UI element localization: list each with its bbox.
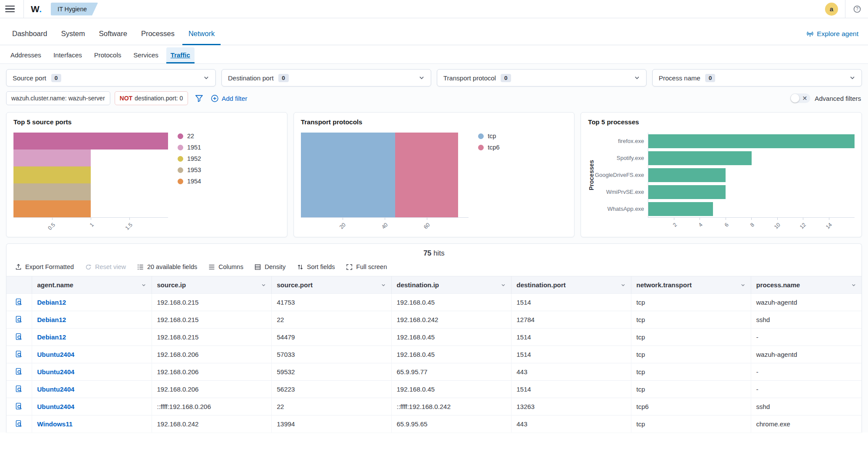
process-label-WhatsApp.exe: WhatsApp.exe bbox=[595, 200, 648, 217]
agent-name-link[interactable]: Ubuntu2404 bbox=[37, 403, 75, 410]
tab-software[interactable]: Software bbox=[92, 30, 134, 45]
cell-agent.name: Windows11 bbox=[32, 415, 152, 433]
export-formatted-button[interactable]: Export Formatted bbox=[15, 263, 74, 270]
advanced-filters-toggle[interactable]: ✕ bbox=[790, 93, 810, 103]
bar-port-22[interactable] bbox=[13, 133, 168, 150]
legend-label: 1951 bbox=[187, 144, 201, 151]
chevron-down-icon[interactable] bbox=[620, 282, 626, 288]
select-destination-port[interactable]: Destination port 0 bbox=[221, 69, 431, 86]
app-logo[interactable]: W. bbox=[31, 4, 42, 14]
bar-process-WmiPrvSE.exe[interactable] bbox=[648, 185, 726, 199]
filter-pill-cluster-name[interactable]: wazuh.cluster.name: wazuh-server bbox=[6, 91, 110, 105]
header-process-name[interactable]: process.name bbox=[751, 276, 861, 294]
bar-port-1953[interactable] bbox=[13, 183, 91, 200]
bar-port-1952[interactable] bbox=[13, 166, 91, 183]
legend-item-1954[interactable]: 1954 bbox=[178, 178, 280, 185]
agent-name-link[interactable]: Ubuntu2404 bbox=[37, 368, 75, 376]
bar-port-1954[interactable] bbox=[13, 200, 91, 217]
legend-item-1952[interactable]: 1952 bbox=[178, 155, 280, 162]
subtab-protocols[interactable]: Protocols bbox=[90, 47, 126, 63]
explore-agent-label: Explore agent bbox=[817, 30, 858, 38]
chevron-down-icon[interactable] bbox=[381, 282, 386, 288]
tab-processes[interactable]: Processes bbox=[134, 30, 182, 45]
agent-name-link[interactable]: Ubuntu2404 bbox=[37, 351, 75, 358]
agent-name-link[interactable]: Debian12 bbox=[37, 333, 66, 341]
help-icon[interactable]: ? bbox=[853, 5, 861, 13]
cell-source.ip: 192.168.0.206 bbox=[152, 363, 271, 381]
bar-segment-tcp6[interactable] bbox=[395, 133, 458, 217]
subtab-addresses[interactable]: Addresses bbox=[6, 47, 46, 63]
cell-source.ip: 192.168.0.206 bbox=[152, 381, 271, 398]
inspect-document-icon[interactable] bbox=[15, 402, 23, 410]
header-network-transport[interactable]: network.transport bbox=[631, 276, 751, 294]
antenna-icon bbox=[806, 30, 814, 38]
inspect-document-icon[interactable] bbox=[15, 420, 23, 427]
column-label: destination.ip bbox=[397, 281, 439, 289]
tab-network[interactable]: Network bbox=[182, 30, 222, 45]
header-source-ip[interactable]: source.ip bbox=[152, 276, 271, 294]
density-button[interactable]: Density bbox=[254, 263, 285, 270]
bar-slot bbox=[648, 200, 855, 217]
cell-agent.name: Ubuntu2404 bbox=[32, 363, 152, 381]
reset-view-button[interactable]: Reset view bbox=[85, 263, 126, 270]
chevron-down-icon[interactable] bbox=[141, 282, 146, 288]
header-agent-name[interactable]: agent.name bbox=[32, 276, 152, 294]
filter-pill-not-destination-port[interactable]: NOT destination.port: 0 bbox=[115, 91, 188, 105]
select-source-port[interactable]: Source port 0 bbox=[6, 69, 216, 86]
bar-process-Spotify.exe[interactable] bbox=[648, 151, 751, 165]
explore-agent-link[interactable]: Explore agent bbox=[802, 30, 863, 45]
chevron-down-icon[interactable] bbox=[501, 282, 506, 288]
tab-dashboard[interactable]: Dashboard bbox=[5, 30, 54, 45]
inspect-document-icon[interactable] bbox=[15, 298, 23, 306]
agent-name-link[interactable]: Ubuntu2404 bbox=[37, 386, 75, 393]
legend-item-1951[interactable]: 1951 bbox=[178, 144, 280, 151]
inspect-document-icon[interactable] bbox=[15, 385, 23, 392]
agent-name-link[interactable]: Debian12 bbox=[37, 299, 66, 306]
chart-title: Top 5 source ports bbox=[13, 118, 280, 126]
columns-button[interactable]: Columns bbox=[208, 263, 243, 270]
chevron-down-icon[interactable] bbox=[740, 282, 746, 288]
filter-funnel-icon[interactable] bbox=[195, 94, 203, 103]
inspect-document-icon[interactable] bbox=[15, 350, 23, 358]
full-screen-button[interactable]: Full screen bbox=[346, 263, 387, 270]
header-destination-ip[interactable]: destination.ip bbox=[391, 276, 511, 294]
subtab-traffic[interactable]: Traffic bbox=[166, 47, 195, 63]
cell-destination.port: 1514 bbox=[511, 346, 631, 363]
header-destination-port[interactable]: destination.port bbox=[511, 276, 631, 294]
chevron-down-icon[interactable] bbox=[261, 282, 266, 288]
subtab-services[interactable]: Services bbox=[129, 47, 163, 63]
sort-fields-button[interactable]: Sort fields bbox=[297, 263, 335, 270]
cell-source.port: 41753 bbox=[271, 294, 391, 311]
bar-process-GoogleDriveFS.exe[interactable] bbox=[648, 168, 726, 182]
cell-process.name: wazuh-agentd bbox=[751, 346, 861, 363]
legend-item-22[interactable]: 22 bbox=[178, 133, 280, 140]
cell-destination.port: 443 bbox=[511, 415, 631, 433]
chevron-down-icon[interactable] bbox=[851, 282, 856, 288]
select-process-name[interactable]: Process name 0 bbox=[652, 69, 862, 86]
avatar[interactable]: a bbox=[825, 3, 838, 16]
tab-system[interactable]: System bbox=[54, 30, 92, 45]
hamburger-menu-icon[interactable] bbox=[5, 3, 17, 15]
bar-segment-tcp[interactable] bbox=[301, 133, 395, 217]
select-transport-protocol[interactable]: Transport protocol 0 bbox=[437, 69, 647, 86]
inspect-document-icon[interactable] bbox=[15, 316, 23, 323]
cell-source.port: 22 bbox=[271, 311, 391, 329]
inspect-document-icon[interactable] bbox=[15, 368, 23, 375]
legend-item-tcp[interactable]: tcp bbox=[478, 133, 567, 140]
available-fields-button[interactable]: 20 available fields bbox=[137, 263, 197, 270]
axis-tick-label: 10 bbox=[773, 222, 782, 230]
bar-process-WhatsApp.exe[interactable] bbox=[648, 202, 713, 216]
bar-port-1951[interactable] bbox=[13, 150, 91, 166]
agent-name-link[interactable]: Debian12 bbox=[37, 316, 66, 323]
subtab-interfaces[interactable]: Interfaces bbox=[49, 47, 86, 63]
bar-process-firefox.exe[interactable] bbox=[648, 134, 855, 148]
legend-item-tcp6[interactable]: tcp6 bbox=[478, 144, 567, 151]
legend-item-1953[interactable]: 1953 bbox=[178, 166, 280, 173]
inspect-cell bbox=[7, 329, 32, 346]
cell-source.ip: 192.168.0.242 bbox=[152, 415, 271, 433]
processes-y-axis-label: Processes bbox=[588, 133, 595, 217]
agent-name-link[interactable]: Windows11 bbox=[37, 420, 73, 428]
header-source-port[interactable]: source.port bbox=[271, 276, 391, 294]
add-filter-button[interactable]: Add filter bbox=[211, 95, 247, 102]
inspect-document-icon[interactable] bbox=[15, 333, 23, 340]
